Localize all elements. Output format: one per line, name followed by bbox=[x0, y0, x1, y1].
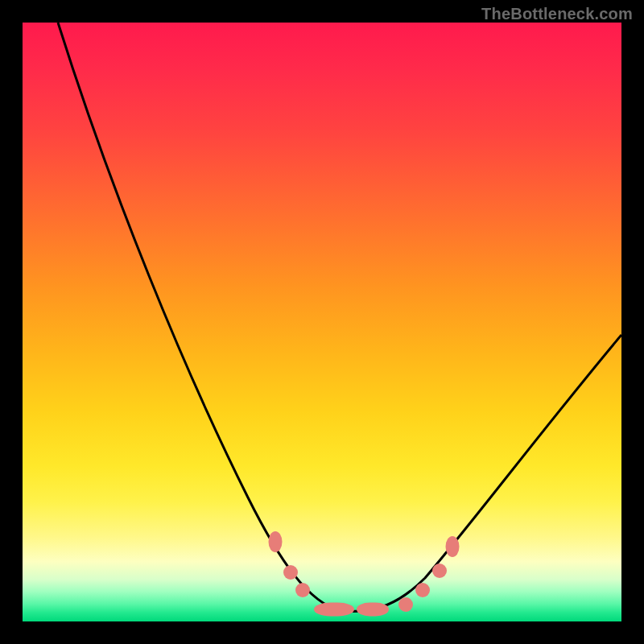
curve-path bbox=[58, 23, 621, 612]
curve-marker bbox=[314, 603, 354, 617]
bottleneck-curve bbox=[23, 23, 621, 621]
curve-marker bbox=[446, 536, 460, 557]
curve-marker bbox=[269, 531, 283, 552]
chart-plot-area bbox=[23, 23, 621, 621]
curve-marker bbox=[415, 583, 430, 597]
watermark-text: TheBottleneck.com bbox=[481, 5, 633, 23]
curve-marker bbox=[432, 564, 447, 578]
curve-marker bbox=[398, 597, 413, 612]
curve-marker bbox=[283, 565, 298, 580]
curve-marker bbox=[295, 583, 310, 597]
curve-marker bbox=[357, 603, 389, 617]
